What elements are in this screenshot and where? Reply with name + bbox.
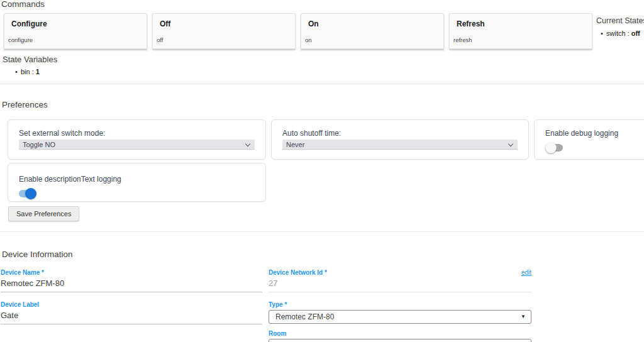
- state-value: off: [631, 30, 640, 37]
- preferences-row-2: Enable descriptionText logging: [8, 163, 266, 202]
- chevron-down-icon: [245, 141, 250, 146]
- command-card-on[interactable]: On on: [301, 13, 444, 49]
- section-divider: [0, 84, 644, 84]
- debug-logging-label: Enable debug logging: [545, 129, 644, 138]
- type-field: Type * Remotec ZFM-80 ▼: [269, 301, 531, 324]
- description-text-logging-label: Enable descriptionText logging: [19, 175, 255, 184]
- device-name-label: Device Name *: [1, 269, 262, 277]
- state-variables-list: bin : 1: [3, 68, 57, 75]
- caret-down-icon: ▼: [521, 314, 526, 319]
- auto-shutoff-time-label: Auto shutoff time:: [282, 129, 518, 138]
- toggle-knob: [545, 142, 557, 153]
- command-card-refresh[interactable]: Refresh refresh: [449, 13, 592, 49]
- current-states-panel: Current States switch : off: [596, 16, 644, 37]
- state-variable-item: bin : 1: [3, 68, 57, 75]
- auto-shutoff-time-select[interactable]: Never: [282, 140, 518, 150]
- command-name: off: [153, 36, 295, 48]
- chevron-down-icon: [508, 141, 513, 146]
- command-card-off[interactable]: Off off: [152, 13, 296, 49]
- state-separator: :: [626, 30, 631, 37]
- external-switch-mode-select[interactable]: Toggle NO: [19, 140, 255, 150]
- state-name: switch: [606, 30, 626, 37]
- device-network-id-input: [269, 277, 531, 292]
- command-name: refresh: [450, 36, 592, 48]
- device-label-input[interactable]: [1, 309, 262, 324]
- type-label: Type *: [269, 301, 531, 309]
- device-name-field: Device Name *: [1, 269, 262, 292]
- device-network-id-label: Device Network Id *: [269, 269, 531, 277]
- edit-link[interactable]: edit: [521, 269, 531, 276]
- device-info-left-column: Device Name * Device Label: [1, 269, 262, 342]
- command-title: Configure: [4, 14, 147, 28]
- command-title: On: [301, 14, 443, 28]
- device-information-heading: Device Information: [2, 250, 73, 259]
- command-name: configure: [4, 36, 147, 48]
- type-dropdown[interactable]: Remotec ZFM-80 ▼: [269, 310, 531, 324]
- type-value: Remotec ZFM-80: [269, 312, 334, 321]
- debug-logging-toggle[interactable]: [545, 142, 563, 153]
- room-field: Room Outside ▼: [269, 330, 531, 342]
- commands-heading: Commands: [1, 0, 45, 9]
- device-label-field: Device Label: [1, 301, 262, 324]
- current-states-heading: Current States: [596, 16, 644, 25]
- device-detail-page: Commands Configure configure Off off On …: [0, 0, 644, 342]
- state-variables-heading: State Variables: [3, 55, 57, 64]
- section-divider: [0, 231, 644, 232]
- preferences-heading: Preferences: [2, 100, 48, 109]
- command-title: Off: [153, 14, 295, 28]
- save-preferences-button[interactable]: Save Preferences: [8, 206, 79, 221]
- command-name: on: [301, 36, 443, 48]
- variable-name: bin: [21, 68, 30, 75]
- command-card-configure[interactable]: Configure configure: [4, 13, 147, 49]
- current-state-item: switch : off: [596, 30, 644, 37]
- commands-row: Configure configure Off off On on Refres…: [4, 13, 592, 49]
- external-switch-mode-value: Toggle NO: [19, 141, 55, 148]
- variable-separator: :: [30, 68, 36, 75]
- pref-card-external-switch-mode: Set external switch mode: Toggle NO: [8, 119, 266, 160]
- device-network-id-field: Device Network Id *: [269, 269, 531, 292]
- device-info-right-column: edit Device Network Id * Type * Remotec …: [269, 269, 531, 342]
- auto-shutoff-time-value: Never: [282, 141, 304, 148]
- variable-value: 1: [36, 68, 40, 75]
- device-name-input[interactable]: [1, 277, 262, 292]
- room-dropdown[interactable]: Outside ▼: [269, 339, 531, 342]
- pref-card-auto-shutoff-time: Auto shutoff time: Never: [271, 119, 529, 160]
- room-label: Room: [269, 330, 531, 338]
- toggle-knob: [25, 188, 36, 199]
- description-text-logging-toggle[interactable]: [19, 188, 36, 199]
- command-title: Refresh: [450, 14, 592, 28]
- current-states-list: switch : off: [596, 30, 644, 37]
- device-label-label: Device Label: [1, 301, 262, 309]
- pref-card-debug-logging: Enable debug logging: [534, 119, 644, 160]
- pref-card-description-text-logging: Enable descriptionText logging: [8, 163, 266, 202]
- state-variables-panel: State Variables bin : 1: [3, 55, 57, 75]
- preferences-row-1: Set external switch mode: Toggle NO Auto…: [8, 119, 644, 160]
- external-switch-mode-label: Set external switch mode:: [19, 129, 255, 138]
